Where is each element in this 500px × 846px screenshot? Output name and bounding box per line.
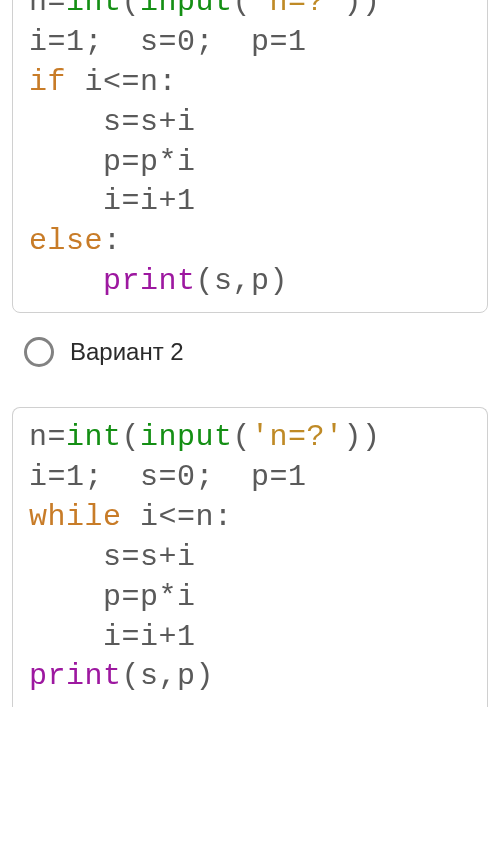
code-line: if i<=n: (29, 65, 177, 99)
code-line: i=i+1 (29, 184, 196, 218)
code-line: n=int(input('n=?')) (29, 420, 381, 454)
code-block-2: n=int(input('n=?')) i=1; s=0; p=1 while … (12, 407, 488, 707)
code-line: s=s+i (29, 105, 196, 139)
code-line: s=s+i (29, 540, 196, 574)
radio-icon[interactable] (24, 337, 54, 367)
code-line: i=1; s=0; p=1 (29, 460, 307, 494)
code-line: n=int(input('n=?')) (29, 0, 381, 19)
code-line: i=1; s=0; p=1 (29, 25, 307, 59)
code-line: p=p*i (29, 145, 196, 179)
code-line: while i<=n: (29, 500, 233, 534)
code-line: i=i+1 (29, 620, 196, 654)
code-line: print(s,p) (29, 264, 288, 298)
option-label: Вариант 2 (70, 338, 184, 366)
code-line: print(s,p) (29, 659, 214, 693)
code-block-1: n=int(input('n=?')) i=1; s=0; p=1 if i<=… (12, 0, 488, 313)
option-variant-2[interactable]: Вариант 2 (24, 337, 476, 367)
code-line: else: (29, 224, 122, 258)
code-line: p=p*i (29, 580, 196, 614)
